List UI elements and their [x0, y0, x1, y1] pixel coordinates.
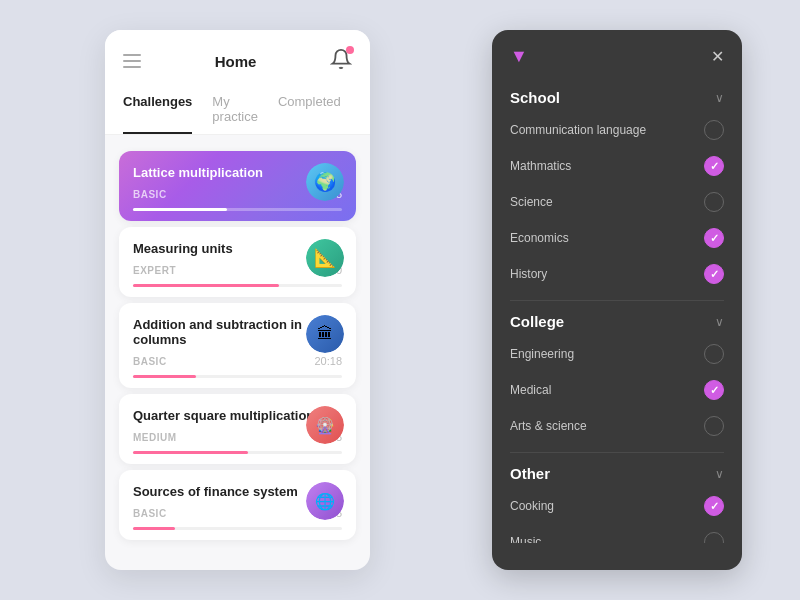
left-panel: Home Challenges My practice Completed 🌍 …	[105, 30, 370, 570]
card-title-3: Addition and subtraction in columns	[133, 317, 323, 347]
card-icon-4: 🎡	[306, 406, 344, 444]
progress-bar-3	[133, 375, 196, 378]
notification-badge	[346, 46, 354, 54]
challenge-card-4[interactable]: 🎡 Quarter square multiplication MEDIUM 1…	[119, 394, 356, 464]
card-image-5: 🌐	[306, 482, 344, 520]
hamburger-icon[interactable]	[123, 54, 141, 68]
checkbox-communication[interactable]	[704, 120, 724, 140]
card-level-1: BASIC	[133, 189, 167, 200]
card-image-2: 📐	[306, 239, 344, 277]
divider-2	[510, 452, 724, 453]
card-meta-3: BASIC 20:18	[133, 355, 342, 367]
card-icon-2: 📐	[306, 239, 344, 277]
progress-bar-2	[133, 284, 279, 287]
section-header-other[interactable]: Other ∨	[510, 457, 724, 488]
progress-bar-container-5	[133, 527, 342, 530]
filter-label-mathmatics: Mathmatics	[510, 159, 571, 173]
section-title-other: Other	[510, 465, 550, 482]
checkbox-history[interactable]	[704, 264, 724, 284]
progress-bar-4	[133, 451, 248, 454]
card-icon-3: 🏛	[306, 315, 344, 353]
card-title-1: Lattice multiplication	[133, 165, 323, 180]
section-title-college: College	[510, 313, 564, 330]
filter-item-science[interactable]: Science	[510, 184, 724, 220]
tab-bar: Challenges My practice Completed	[105, 84, 370, 135]
app-header: Home	[105, 30, 370, 84]
filter-label-music: Music	[510, 535, 541, 543]
tab-challenges[interactable]: Challenges	[123, 94, 192, 134]
filter-label-history: History	[510, 267, 547, 281]
filter-item-communication[interactable]: Communication language	[510, 112, 724, 148]
section-header-college[interactable]: College ∨	[510, 305, 724, 336]
challenge-card-3[interactable]: 🏛 Addition and subtraction in columns BA…	[119, 303, 356, 388]
checkbox-mathmatics[interactable]	[704, 156, 724, 176]
filter-section-college: College ∨ Engineering Medical Arts & sci…	[510, 305, 724, 444]
filter-label-medical: Medical	[510, 383, 551, 397]
filter-section-other: Other ∨ Cooking Music Sports	[510, 457, 724, 543]
progress-bar-container-2	[133, 284, 342, 287]
section-header-school[interactable]: School ∨	[510, 81, 724, 112]
filter-icon: ▼	[510, 46, 528, 67]
card-level-2: EXPERT	[133, 265, 176, 276]
challenges-list: 🌍 Lattice multiplication BASIC 30:05 📐 M…	[105, 135, 370, 570]
card-level-4: MEDIUM	[133, 432, 177, 443]
card-title-2: Measuring units	[133, 241, 323, 256]
card-title-5: Sources of finance system	[133, 484, 323, 499]
filter-content: School ∨ Communication language Mathmati…	[492, 81, 742, 543]
checkbox-science[interactable]	[704, 192, 724, 212]
progress-bar-container-1	[133, 208, 342, 211]
card-icon-1: 🌍	[306, 163, 344, 201]
card-title-4: Quarter square multiplication	[133, 408, 323, 423]
filter-item-cooking[interactable]: Cooking	[510, 488, 724, 524]
bell-button[interactable]	[330, 48, 352, 74]
filter-header: ▼ ✕	[492, 46, 742, 81]
close-button[interactable]: ✕	[711, 47, 724, 66]
challenge-card-2[interactable]: 📐 Measuring units EXPERT 12:10	[119, 227, 356, 297]
filter-item-mathmatics[interactable]: Mathmatics	[510, 148, 724, 184]
checkbox-economics[interactable]	[704, 228, 724, 248]
card-image-4: 🎡	[306, 406, 344, 444]
checkbox-music[interactable]	[704, 532, 724, 543]
checkbox-arts[interactable]	[704, 416, 724, 436]
filter-item-music[interactable]: Music	[510, 524, 724, 543]
progress-bar-container-4	[133, 451, 342, 454]
filter-label-engineering: Engineering	[510, 347, 574, 361]
progress-bar-container-3	[133, 375, 342, 378]
checkbox-cooking[interactable]	[704, 496, 724, 516]
challenge-card-1[interactable]: 🌍 Lattice multiplication BASIC 30:05	[119, 151, 356, 221]
filter-panel: ▼ ✕ School ∨ Communication language Math…	[492, 30, 742, 570]
filter-label-cooking: Cooking	[510, 499, 554, 513]
filter-label-communication: Communication language	[510, 123, 646, 137]
filter-item-engineering[interactable]: Engineering	[510, 336, 724, 372]
checkbox-engineering[interactable]	[704, 344, 724, 364]
checkbox-medical[interactable]	[704, 380, 724, 400]
filter-item-arts[interactable]: Arts & science	[510, 408, 724, 444]
chevron-other-icon: ∨	[715, 467, 724, 481]
section-title-school: School	[510, 89, 560, 106]
filter-section-school: School ∨ Communication language Mathmati…	[510, 81, 724, 292]
card-level-3: BASIC	[133, 356, 167, 367]
divider-1	[510, 300, 724, 301]
filter-item-history[interactable]: History	[510, 256, 724, 292]
card-icon-5: 🌐	[306, 482, 344, 520]
progress-bar-1	[133, 208, 227, 211]
card-time-3: 20:18	[314, 355, 342, 367]
progress-bar-5	[133, 527, 175, 530]
challenge-card-5[interactable]: 🌐 Sources of finance system BASIC 30:05	[119, 470, 356, 540]
chevron-college-icon: ∨	[715, 315, 724, 329]
filter-label-science: Science	[510, 195, 553, 209]
filter-item-economics[interactable]: Economics	[510, 220, 724, 256]
filter-label-arts: Arts & science	[510, 419, 587, 433]
card-image-3: 🏛	[306, 315, 344, 353]
page-title: Home	[215, 53, 257, 70]
card-level-5: BASIC	[133, 508, 167, 519]
filter-label-economics: Economics	[510, 231, 569, 245]
chevron-school-icon: ∨	[715, 91, 724, 105]
card-image-1: 🌍	[306, 163, 344, 201]
tab-my-practice[interactable]: My practice	[212, 94, 258, 134]
tab-completed[interactable]: Completed	[278, 94, 341, 134]
filter-item-medical[interactable]: Medical	[510, 372, 724, 408]
